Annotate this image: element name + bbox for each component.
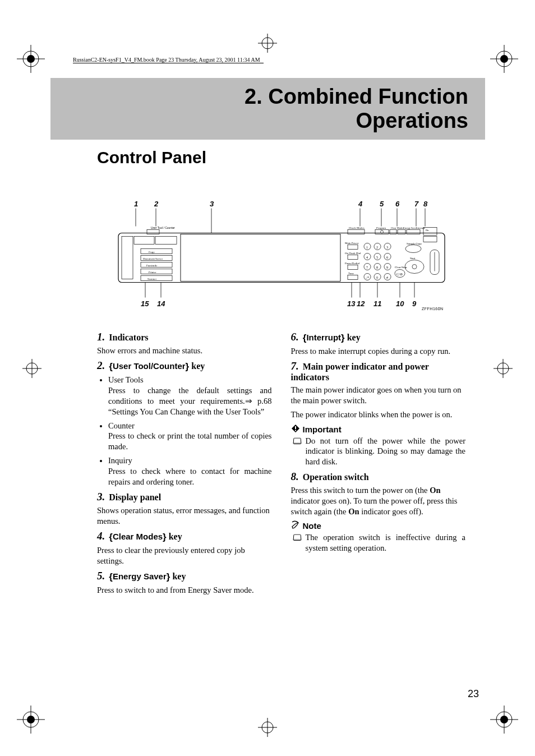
- svg-point-106: [412, 265, 417, 269]
- callout-8: 8: [423, 200, 428, 208]
- svg-rect-41: [147, 230, 159, 234]
- callout-12: 12: [357, 299, 365, 308]
- list-item: User ToolsPress to change the default se…: [108, 375, 272, 417]
- item-5-desc: Press to switch to and from Energy Saver…: [97, 585, 272, 596]
- item-7-desc2: The power indicator blinks when the powe…: [291, 409, 466, 420]
- callout-15: 15: [141, 299, 149, 308]
- item-7-number: 7.: [291, 360, 299, 372]
- svg-rect-66: [423, 237, 437, 242]
- item-3-heading: 3. Display panel: [97, 491, 272, 503]
- body-columns: 1. Indicators Show errors and machine st…: [97, 328, 465, 599]
- svg-rect-63: [407, 230, 420, 234]
- register-mark-bottom: [258, 718, 277, 739]
- item-6-heading: 6. {Interrupt} key: [291, 331, 466, 344]
- svg-rect-39: [155, 237, 177, 245]
- svg-text:4: 4: [366, 256, 368, 259]
- svg-text:Tone: Tone: [348, 272, 354, 275]
- item-5-keylabel: Energy Saver: [113, 571, 167, 581]
- item-7-heading: 7. Main power indicator and power indica…: [291, 360, 466, 382]
- svg-text:Sample Copy: Sample Copy: [407, 242, 422, 245]
- svg-text:6: 6: [386, 256, 388, 259]
- svg-rect-42: [141, 249, 172, 254]
- item-2-list: User ToolsPress to change the default se…: [97, 375, 272, 487]
- svg-text:#: #: [386, 276, 388, 279]
- svg-rect-117: [295, 430, 296, 431]
- callout-1: 1: [134, 200, 138, 208]
- svg-text:On Hook Dial: On Hook Dial: [345, 252, 361, 255]
- list-item: The operation switch is ineffective duri…: [293, 532, 466, 554]
- svg-rect-72: [348, 265, 358, 270]
- item-1-heading: 1. Indicators: [97, 331, 272, 343]
- item-8-number: 8.: [291, 471, 299, 482]
- svg-text:Check Modes: Check Modes: [349, 227, 365, 229]
- item-4-suffix: key: [167, 532, 182, 541]
- control-panel-diagram: 1 2 3 4 5 6 7 8 User Tool: [116, 198, 447, 313]
- svg-text:Energy Saver: Energy Saver: [403, 227, 417, 229]
- svg-rect-45: [141, 269, 172, 274]
- left-column: 1. Indicators Show errors and machine st…: [97, 328, 272, 599]
- svg-rect-70: [348, 255, 358, 260]
- svg-rect-58: [348, 230, 365, 234]
- svg-rect-68: [348, 245, 358, 250]
- item-2-number: 2.: [97, 359, 105, 371]
- svg-text:Printer: Printer: [149, 271, 156, 274]
- item-1-desc: Show errors and machine status.: [97, 345, 272, 356]
- svg-text:C/⊘: C/⊘: [396, 273, 403, 276]
- item-3-title: Display panel: [109, 492, 161, 502]
- svg-text:Facsimile: Facsimile: [146, 264, 158, 267]
- register-mark-right: [494, 359, 513, 380]
- item-4-keylabel: Clear Modes: [113, 532, 163, 541]
- svg-text:Interrupt: Interrupt: [416, 227, 425, 229]
- item-6-number: 6.: [291, 331, 299, 343]
- svg-text:Copy: Copy: [149, 251, 155, 253]
- callout-13: 13: [347, 299, 356, 308]
- important-icon: [291, 424, 300, 435]
- item-8-title: Operation switch: [303, 472, 369, 482]
- callout-6: 6: [395, 200, 400, 208]
- list-item: Do not turn off the power while the powe…: [293, 436, 466, 468]
- callout-9: 9: [412, 299, 417, 308]
- item-4-heading: 4. {Clear Modes} key: [97, 530, 272, 543]
- item-1-number: 1.: [97, 331, 105, 343]
- svg-text:Main Power: Main Power: [345, 242, 359, 245]
- svg-text:3: 3: [386, 246, 388, 249]
- crop-mark-bottom-left: [17, 706, 45, 734]
- list-item: InquiryPress to check where to contact f…: [108, 455, 272, 487]
- svg-text:7: 7: [366, 266, 368, 269]
- bracket-close-icon: }: [341, 333, 345, 343]
- item-6-keylabel: Interrupt: [306, 333, 341, 342]
- callout-14: 14: [157, 299, 165, 308]
- svg-text:9: 9: [386, 266, 388, 269]
- svg-text:Document Server: Document Server: [143, 257, 163, 260]
- svg-rect-62: [398, 230, 405, 234]
- important-text: Important: [303, 425, 342, 434]
- item-6-suffix: key: [345, 333, 361, 342]
- svg-rect-74: [348, 275, 358, 280]
- item-6-desc: Press to make interrupt copies during a …: [291, 346, 466, 357]
- right-column: 6. {Interrupt} key Press to make interru…: [291, 328, 466, 599]
- item-4-desc: Press to clear the previously entered co…: [97, 545, 272, 566]
- crop-mark-bottom-right: [490, 706, 518, 734]
- callout-4: 4: [358, 200, 363, 208]
- item-7-title: Main power indicator and power indicator…: [291, 362, 429, 382]
- bracket-open-icon: {: [109, 361, 113, 372]
- bracket-open-icon: {: [109, 571, 113, 582]
- svg-text:8: 8: [376, 266, 378, 269]
- svg-text:Clear Modes: Clear Modes: [391, 227, 404, 229]
- svg-rect-37: [122, 237, 133, 279]
- important-list: Do not turn off the power while the powe…: [291, 436, 466, 468]
- bracket-close-icon: }: [163, 532, 167, 542]
- item-7-desc1: The main power indicator goes on when yo…: [291, 385, 466, 406]
- svg-text:Pause/Redial: Pause/Redial: [345, 262, 360, 265]
- svg-text:2: 2: [376, 246, 378, 249]
- svg-point-103: [405, 245, 421, 253]
- svg-rect-36: [118, 233, 445, 283]
- item-2-heading: 2. {User Tool/Counter} key: [97, 359, 272, 372]
- svg-rect-116: [295, 426, 296, 429]
- page-number: 23: [468, 688, 479, 700]
- item-8-heading: 8. Operation switch: [291, 471, 466, 483]
- note-label: Note: [291, 520, 466, 531]
- svg-text:0: 0: [376, 276, 378, 279]
- callout-7: 7: [414, 200, 419, 208]
- callout-5: 5: [380, 200, 384, 208]
